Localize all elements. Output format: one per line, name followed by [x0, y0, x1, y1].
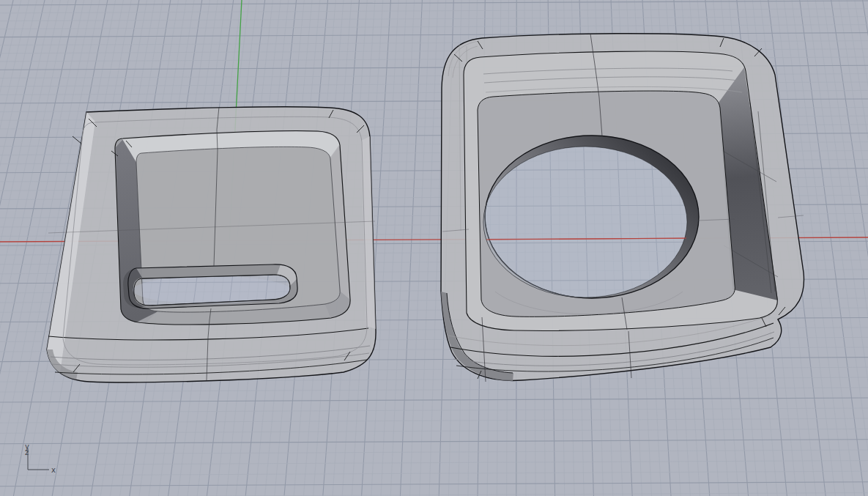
lid-model[interactable]: [47, 107, 376, 382]
perspective-viewport[interactable]: y z x: [0, 0, 868, 496]
case-hole-ground-tint: [483, 147, 687, 297]
case-model[interactable]: [441, 34, 804, 382]
viewport-canvas[interactable]: y z x: [0, 0, 868, 496]
gizmo-x-label: x: [51, 466, 56, 474]
gizmo-z-label: z: [25, 448, 29, 456]
